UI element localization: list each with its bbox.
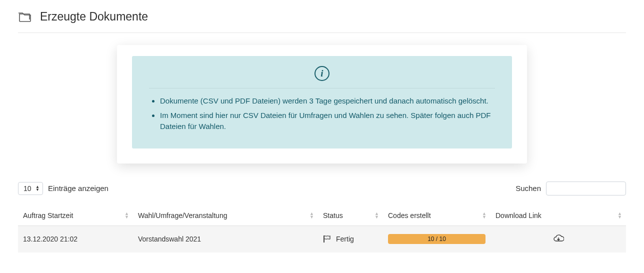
sort-icon: ▲▼ — [374, 212, 379, 219]
col-start-label: Auftrag Startzeit — [23, 212, 73, 220]
codes-progress: 10 / 10 — [388, 234, 486, 244]
cell-status: Fertig — [318, 226, 383, 252]
info-list: Dokumente (CSV und PDF Dateien) werden 3… — [149, 96, 495, 132]
table-row: 13.12.2020 21:02 Vorstandswahl 2021 Fert… — [18, 226, 626, 252]
cell-event: Vorstandswahl 2021 — [133, 226, 318, 252]
info-icon-wrap: i — [149, 66, 495, 88]
col-download[interactable]: Download Link ▲▼ — [490, 206, 626, 226]
page-length-value: 10 — [24, 184, 32, 192]
status-text: Fertig — [336, 235, 354, 243]
col-event-label: Wahl/Umfrage/Veranstaltung — [138, 212, 227, 220]
info-item: Dokumente (CSV und PDF Dateien) werden 3… — [160, 96, 495, 107]
documents-table: Auftrag Startzeit ▲▼ Wahl/Umfrage/Verans… — [18, 206, 626, 252]
sort-icon: ▲▼ — [124, 212, 129, 219]
info-box: i Dokumente (CSV und PDF Dateien) werden… — [132, 56, 512, 148]
folder-icon — [18, 11, 33, 23]
cell-codes: 10 / 10 — [383, 226, 490, 252]
sort-icon: ▲▼ — [310, 212, 314, 219]
cloud-download-icon — [553, 234, 564, 243]
sort-icon: ▲▼ — [482, 212, 486, 219]
select-arrows-icon: ▲▼ — [36, 186, 40, 192]
flag-icon — [323, 235, 331, 243]
sort-icon: ▲▼ — [618, 212, 622, 219]
page-length-label: Einträge anzeigen — [48, 184, 108, 192]
cell-start: 13.12.2020 21:02 — [18, 226, 133, 252]
cell-download — [490, 226, 626, 252]
col-start[interactable]: Auftrag Startzeit ▲▼ — [18, 206, 133, 226]
col-codes-label: Codes erstellt — [388, 212, 431, 220]
info-icon: i — [314, 66, 330, 81]
col-status[interactable]: Status ▲▼ — [318, 206, 383, 226]
search-input[interactable] — [546, 182, 626, 196]
search-label: Suchen — [516, 184, 541, 192]
col-download-label: Download Link — [496, 212, 542, 220]
page-header: Erzeugte Dokumente — [18, 10, 626, 33]
info-item: Im Moment sind hier nur CSV Dateien für … — [160, 110, 495, 132]
info-card: i Dokumente (CSV und PDF Dateien) werden… — [117, 45, 527, 164]
page-title: Erzeugte Dokumente — [40, 10, 148, 24]
page-length-select[interactable]: 10 ▲▼ — [18, 182, 43, 195]
col-event[interactable]: Wahl/Umfrage/Veranstaltung ▲▼ — [133, 206, 318, 226]
col-status-label: Status — [323, 212, 343, 220]
download-button[interactable] — [553, 234, 564, 243]
table-controls: 10 ▲▼ Einträge anzeigen Suchen — [18, 182, 626, 196]
col-codes[interactable]: Codes erstellt ▲▼ — [383, 206, 490, 226]
